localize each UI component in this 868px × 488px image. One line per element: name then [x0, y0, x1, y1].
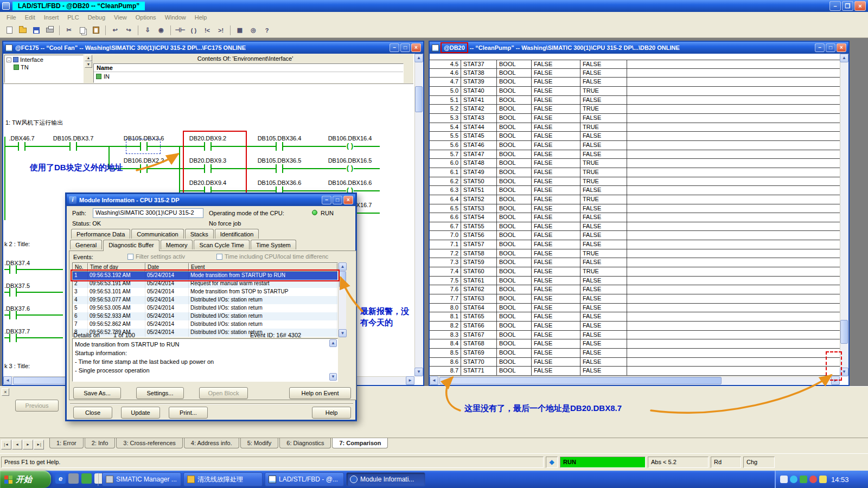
open-branch-icon[interactable]: !<: [201, 24, 214, 36]
button-save-as[interactable]: Save As...: [73, 387, 121, 399]
copy-icon[interactable]: [76, 24, 89, 36]
menu-file[interactable]: File: [2, 12, 21, 22]
dialog-tab-communication[interactable]: Communication: [131, 229, 183, 239]
ladder-contact[interactable]: [9, 265, 17, 274]
checkbox-icon[interactable]: [127, 254, 133, 260]
dialog-titlebar[interactable]: i Module Information - CPU 315-2 DP – □ …: [67, 194, 355, 206]
db20-vscroll-thumb[interactable]: [840, 320, 848, 344]
help-icon[interactable]: ?: [260, 24, 273, 36]
interface-tree[interactable]: - Interface TN: [4, 55, 84, 83]
dialog-tab-stacks[interactable]: Stacks: [185, 229, 214, 239]
filter-settings-checkbox[interactable]: Filter settings activ: [127, 253, 185, 260]
db20-row-7.4[interactable]: 7.4STAT60BOOLFALSETRUE: [430, 267, 840, 277]
db20-row-5.6[interactable]: 5.6STAT46BOOLFALSEFALSE: [430, 141, 840, 150]
taskbar-button-清洗线故障处理[interactable]: 清洗线故障处理: [183, 472, 263, 486]
taskbar-button-module-informati[interactable]: Module Informati...: [346, 472, 425, 486]
db20-row-5.1[interactable]: 5.1STAT41BOOLFALSEFALSE: [430, 96, 840, 105]
scroll-down-icon[interactable]: ▼: [414, 368, 423, 376]
time-including-checkbox[interactable]: Time including CPU/local time differenc: [216, 253, 353, 260]
fc175-titlebar[interactable]: @FC175 -- “Cool Fan” -- Washing\SIMATIC …: [3, 42, 423, 54]
ladder-contact[interactable]: [9, 311, 17, 319]
scroll-left-icon[interactable]: ◄: [430, 376, 438, 385]
taskbar-button-simatic-manager[interactable]: SIMATIC Manager ...: [102, 472, 181, 486]
dialog-tab-identification[interactable]: Identification: [215, 229, 259, 239]
db20-horizontal-scrollbar[interactable]: ◄ ►: [430, 376, 840, 385]
event-row-3[interactable]: 309:56:53.101 AM05/24/2014Mode transitio…: [73, 288, 337, 296]
alarm-icon[interactable]: [809, 476, 817, 483]
tab-nav-button[interactable]: ►|: [34, 440, 44, 450]
menu-plc[interactable]: PLC: [63, 12, 83, 22]
button-help[interactable]: Help: [312, 407, 351, 419]
tab-nav-button[interactable]: |◄: [1, 440, 11, 450]
db20-row-7.0[interactable]: 7.0STAT56BOOLFALSEFALSE: [430, 231, 840, 240]
scroll-up-icon[interactable]: ▲: [339, 262, 347, 271]
ie-icon[interactable]: e: [55, 473, 66, 484]
dialog-tab-performance-data[interactable]: Performance Data: [71, 229, 130, 239]
db20-row-8.2[interactable]: 8.2STAT66BOOLFALSEFALSE: [430, 322, 840, 331]
dialog-maximize-button[interactable]: □: [333, 196, 342, 204]
menu-insert[interactable]: Insert: [40, 12, 63, 22]
db20-row-4.6[interactable]: 4.6STAT38BOOLFALSEFALSE: [430, 69, 840, 78]
db20-hscroll-thumb[interactable]: [439, 377, 722, 384]
bottom-tab-7-comparison[interactable]: 7: Comparison: [332, 438, 388, 448]
bottom-tab-4-address-info[interactable]: 4: Address info.: [184, 438, 239, 448]
db20-row-6.5[interactable]: 6.5STAT53BOOLFALSEFALSE: [430, 204, 840, 214]
bottom-tab-1-error[interactable]: 1: Error: [49, 438, 84, 448]
db20-row-7.5[interactable]: 7.5STAT61BOOLFALSEFALSE: [430, 277, 840, 286]
bottom-tab-2-info[interactable]: 2: Info: [85, 438, 116, 448]
db20-vertical-scrollbar[interactable]: ▲ ▼: [840, 54, 848, 376]
save-icon[interactable]: [30, 24, 43, 36]
db20-titlebar[interactable]: @DB20 -- “CleanPump” -- Washing\SIMATIC …: [430, 42, 848, 54]
redo-icon[interactable]: ↪: [122, 24, 135, 36]
scroll-right-icon[interactable]: ►: [406, 376, 414, 385]
scroll-down-icon[interactable]: ▼: [339, 329, 347, 337]
db20-row-6.2[interactable]: 6.2STAT50BOOLFALSETRUE: [430, 177, 840, 187]
db20-row-6.4[interactable]: 6.4STAT52BOOLFALSETRUE: [430, 195, 840, 204]
ladder-contact-dbx46-7[interactable]: [18, 142, 25, 151]
db20-row-4.7[interactable]: 4.7STAT39BOOLFALSEFALSE: [430, 78, 840, 87]
ladder-coil-db106-dbx16-4[interactable]: ( ): [346, 142, 354, 150]
interface-row-in[interactable]: IN: [94, 72, 403, 81]
db20-row-5.2[interactable]: 5.2STAT42BOOLFALSETRUE: [430, 105, 840, 114]
event-details-box[interactable]: Mode transition from STARTUP to RUNStart…: [72, 338, 338, 382]
checkbox-icon[interactable]: [216, 254, 222, 260]
button-print[interactable]: Print...: [169, 407, 208, 419]
db20-row-8.0[interactable]: 8.0STAT64BOOLFALSEFALSE: [430, 304, 840, 313]
db20-row-5.0[interactable]: 5.0STAT40BOOLFALSETRUE: [430, 87, 840, 96]
fc175-minimize-button[interactable]: –: [390, 43, 399, 52]
close-button[interactable]: ×: [854, 1, 866, 11]
zoom-icon[interactable]: ◎: [247, 24, 260, 36]
menu-window[interactable]: Window: [161, 12, 190, 22]
db20-row-7.1[interactable]: 7.1STAT57BOOLFALSEFALSE: [430, 240, 840, 249]
dialog-close-icon[interactable]: ×: [343, 196, 353, 204]
ladder-contact-db105-dbx36-4[interactable]: [276, 142, 283, 151]
coil-icon[interactable]: ( ): [187, 24, 200, 36]
scroll-up-icon[interactable]: ▲: [840, 54, 848, 62]
button-help-on-event[interactable]: Help on Event: [289, 387, 351, 399]
events-scroll-thumb[interactable]: [339, 271, 346, 287]
path-field[interactable]: Washing\SIMATIC 300(1)\CPU 315-2: [93, 208, 203, 218]
contact-icon[interactable]: ⊣⊢: [174, 24, 187, 36]
db20-row-8.6[interactable]: 8.6STAT70BOOLFALSEFALSE: [430, 358, 840, 367]
spin-down-icon[interactable]: ▼: [85, 61, 92, 68]
event-row-5[interactable]: 509:56:53.005 AM05/24/2014Distributed I/…: [73, 304, 337, 312]
ladder-coil-db106-dbx16-5[interactable]: ( ): [346, 164, 354, 172]
bottom-tab-3-cross-references[interactable]: 3: Cross-references: [116, 438, 183, 448]
scroll-down-icon[interactable]: ▼: [329, 373, 337, 381]
name-column-header[interactable]: Name: [94, 64, 403, 72]
undo-icon[interactable]: ↩: [108, 24, 122, 36]
bottom-tab-6-diagnostics[interactable]: 6: Diagnostics: [279, 438, 331, 448]
db20-row-7.6[interactable]: 7.6STAT62BOOLFALSEFALSE: [430, 285, 840, 294]
db20-row-5.7[interactable]: 5.7STAT47BOOLFALSEFALSE: [430, 150, 840, 159]
fc175-maximize-button[interactable]: □: [400, 43, 410, 52]
ladder-contact[interactable]: [9, 333, 17, 342]
antivirus-icon[interactable]: [800, 476, 807, 483]
db20-row-7.7[interactable]: 7.7STAT63BOOLFALSEFALSE: [430, 294, 840, 304]
event-row-6[interactable]: 609:56:52.933 AM05/24/2014Distributed I/…: [73, 312, 337, 320]
event-row-4[interactable]: 409:56:53.077 AM05/24/2014Distributed I/…: [73, 296, 337, 304]
print-icon[interactable]: [43, 24, 56, 36]
tree-spinner[interactable]: ▲ ▼: [85, 55, 92, 68]
db20-row-8.5[interactable]: 8.5STAT69BOOLFALSEFALSE: [430, 349, 840, 358]
menu-edit[interactable]: Edit: [21, 12, 40, 22]
db20-row-7.2[interactable]: 7.2STAT58BOOLFALSETRUE: [430, 249, 840, 259]
